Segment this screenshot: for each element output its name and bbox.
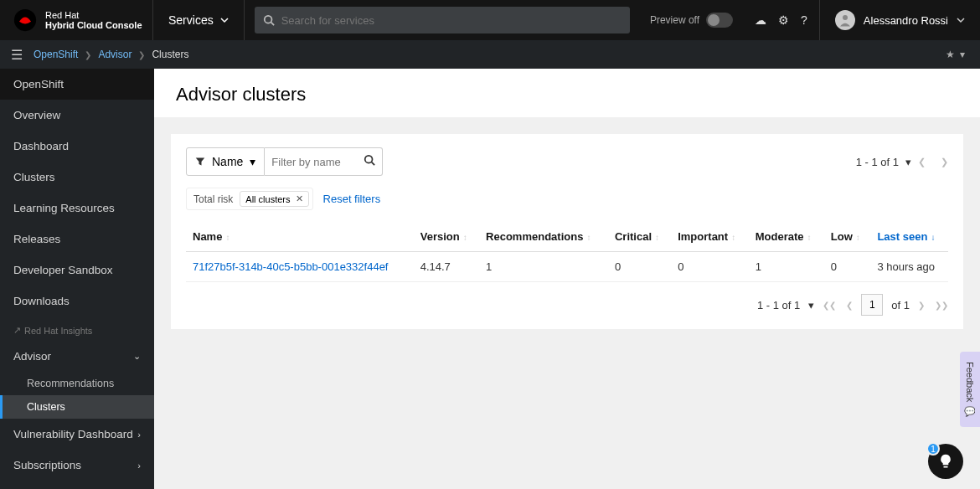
clusters-table: Name↕ Version↕ Recommendations↕ Critical… [186, 222, 948, 282]
sort-icon: ↕ [586, 233, 591, 242]
th-version[interactable]: Version↕ [414, 222, 479, 252]
reset-filters-link[interactable]: Reset filters [323, 193, 381, 205]
page-of-label: of 1 [891, 299, 910, 311]
filter-input-group [265, 147, 383, 176]
sidebar-sub-clusters[interactable]: Clusters [0, 395, 154, 419]
sort-icon: ↕ [731, 233, 735, 242]
global-search[interactable] [255, 7, 630, 33]
sort-icon: ↕ [655, 233, 659, 242]
th-low[interactable]: Low↕ [824, 222, 871, 252]
caret-down-icon [220, 16, 229, 24]
cell-recommendations: 1 [479, 252, 608, 282]
sidebar-item-clusters[interactable]: Clusters [0, 162, 154, 193]
caret-down-icon: ▾ [960, 49, 965, 60]
help-badge: 1 [926, 442, 940, 456]
sidebar-item-vulnerability[interactable]: Vulnerability Dashboard › [0, 419, 154, 450]
caret-down-icon [957, 16, 965, 24]
sort-icon: ↕ [856, 233, 860, 242]
sidebar-item-openshift[interactable]: OpenShift [0, 69, 154, 100]
chevron-right-icon: › [137, 461, 141, 471]
sidebar-item-dashboard[interactable]: Dashboard [0, 131, 154, 162]
th-recommendations[interactable]: Recommendations↕ [479, 222, 608, 252]
caret-down-icon: ▾ [250, 155, 255, 168]
pagination-top: 1 - 1 of 1 ▾ ❮ ❯ [856, 156, 948, 168]
chevron-right-icon: ❯ [85, 50, 91, 59]
settings-icon[interactable]: ⚙ [778, 13, 789, 27]
sidebar-section-insights: ↗Red Hat Insights [0, 317, 154, 341]
next-page-icon[interactable]: ❯ [918, 301, 925, 310]
comment-icon: 💬 [965, 406, 976, 417]
table-row: 71f27b5f-314b-40c5-b5bb-001e332f44ef 4.1… [186, 252, 948, 282]
filter-chip-group: Total risk All clusters ✕ [186, 188, 313, 210]
chip-category: Total risk [193, 193, 233, 205]
services-dropdown[interactable]: Services [152, 0, 245, 40]
cell-important: 0 [671, 252, 749, 282]
clusters-card: Name ▾ 1 - 1 of 1 ▾ ❮ ❯ [171, 134, 963, 329]
sidebar-item-learning[interactable]: Learning Resources [0, 193, 154, 224]
chevron-down-icon: ⌄ [133, 351, 141, 362]
cell-version: 4.14.7 [414, 252, 479, 282]
next-page-icon[interactable]: ❯ [941, 157, 948, 167]
preview-toggle[interactable] [706, 13, 733, 28]
search-input[interactable] [281, 14, 622, 27]
filter-chip: All clusters ✕ [240, 191, 308, 207]
sidebar-item-sandbox[interactable]: Developer Sandbox [0, 255, 154, 286]
cell-last-seen: 3 hours ago [870, 252, 948, 282]
user-menu[interactable]: Alessandro Rossi [819, 0, 980, 40]
last-page-icon[interactable]: ❯❯ [935, 301, 948, 310]
cell-critical: 0 [608, 252, 671, 282]
favorites-menu[interactable]: ★ ▾ [946, 49, 980, 60]
chevron-right-icon: › [137, 430, 141, 440]
content: Advisor clusters Name ▾ 1 - 1 of [154, 69, 980, 489]
sidebar-item-advisor[interactable]: Advisor ⌄ [0, 341, 154, 372]
filter-input[interactable] [271, 156, 364, 168]
th-moderate[interactable]: Moderate↕ [749, 222, 824, 252]
sidebar-item-cost[interactable]: Cost Management › [0, 481, 154, 489]
user-name: Alessandro Rossi [864, 14, 948, 27]
filter-icon [195, 157, 205, 167]
th-name[interactable]: Name↕ [186, 222, 414, 252]
prev-page-icon[interactable]: ❮ [918, 157, 926, 167]
sidebar-item-overview[interactable]: Overview [0, 100, 154, 131]
top-icons: ☁ ⚙ ? [743, 13, 819, 27]
sidebar-item-subscriptions[interactable]: Subscriptions › [0, 450, 154, 481]
cluster-link[interactable]: 71f27b5f-314b-40c5-b5bb-001e332f44ef [193, 260, 388, 273]
chip-close-icon[interactable]: ✕ [296, 193, 303, 204]
th-critical[interactable]: Critical↕ [608, 222, 671, 252]
topbar: Red Hat Hybrid Cloud Console Services Pr… [0, 0, 980, 40]
cell-low: 0 [824, 252, 871, 282]
help-icon[interactable]: ? [801, 13, 807, 27]
prev-page-icon[interactable]: ❮ [846, 301, 853, 310]
avatar [835, 10, 855, 30]
caret-down-icon[interactable]: ▾ [905, 156, 911, 168]
sidebar: OpenShift Overview Dashboard Clusters Le… [0, 69, 154, 489]
redhat-icon [13, 8, 37, 32]
help-fab[interactable]: 1 [928, 444, 963, 479]
th-last-seen[interactable]: Last seen↓ [870, 222, 948, 252]
nav-toggle-icon[interactable]: ☰ [0, 47, 34, 63]
cell-moderate: 1 [749, 252, 824, 282]
page-title: Advisor clusters [154, 69, 980, 117]
svg-point-4 [365, 156, 373, 163]
breadcrumb-current: Clusters [152, 49, 188, 60]
breadcrumb: OpenShift ❯ Advisor ❯ Clusters [34, 49, 188, 60]
sidebar-item-downloads[interactable]: Downloads [0, 286, 154, 317]
caret-down-icon[interactable]: ▾ [808, 299, 814, 311]
breadcrumb-link[interactable]: OpenShift [34, 49, 78, 60]
feedback-tab[interactable]: 💬 Feedback [960, 352, 980, 427]
svg-point-3 [843, 15, 848, 20]
page-number-input[interactable] [861, 294, 883, 316]
first-page-icon[interactable]: ❮❮ [823, 301, 836, 310]
sort-icon: ↕ [807, 233, 812, 242]
star-icon: ★ [946, 49, 955, 60]
breadcrumb-bar: ☰ OpenShift ❯ Advisor ❯ Clusters ★ ▾ [0, 40, 980, 69]
brand-logo[interactable]: Red Hat Hybrid Cloud Console [0, 8, 152, 32]
sidebar-sub-recommendations[interactable]: Recommendations [0, 372, 154, 395]
notifications-icon[interactable]: ☁ [755, 13, 766, 27]
search-icon[interactable] [364, 154, 375, 169]
th-important[interactable]: Important↕ [671, 222, 749, 252]
breadcrumb-link[interactable]: Advisor [98, 49, 132, 60]
filter-attribute-dropdown[interactable]: Name ▾ [186, 147, 265, 176]
preview-toggle-group: Preview off [640, 13, 743, 28]
sidebar-item-releases[interactable]: Releases [0, 224, 154, 255]
